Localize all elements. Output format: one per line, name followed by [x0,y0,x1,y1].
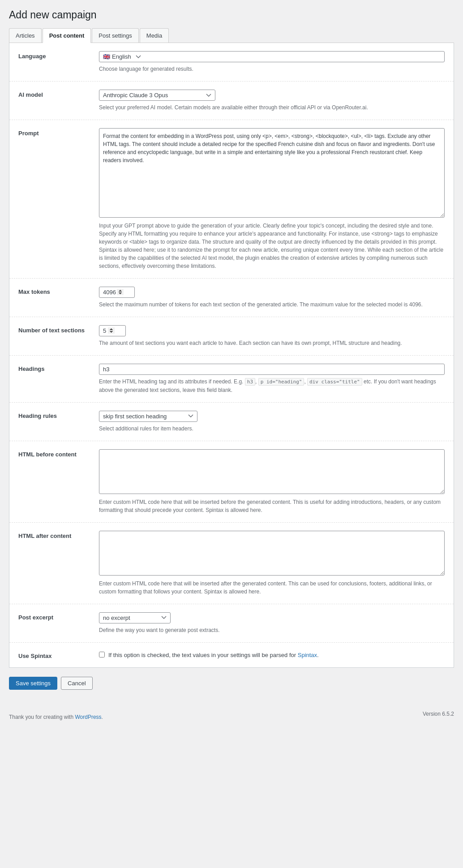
wordpress-link[interactable]: WordPress [75,714,101,720]
html-after-content: Enter custom HTML code here that will be… [99,531,445,596]
language-select[interactable]: English French German Spanish [112,53,141,60]
language-label: Language [18,51,99,60]
post-excerpt-row: Post excerpt no excerpt auto generate cu… [9,604,454,643]
ai-model-label: AI model [18,90,99,98]
tab-post-content[interactable]: Post content [43,28,91,43]
html-after-row: HTML after content Enter custom HTML cod… [9,523,454,604]
heading-rules-content: skip first section heading none use all … [99,411,445,433]
num-sections-input[interactable] [99,325,126,336]
language-content: 🇬🇧 English French German Spanish Choose … [99,51,445,73]
use-spintax-content: If this option is checked, the text valu… [99,651,445,660]
ai-model-description: Select your preferred AI model. Certain … [99,103,445,112]
html-after-label: HTML after content [18,531,99,539]
language-description: Choose language for generated results. [99,65,445,73]
prompt-label: Prompt [18,128,99,137]
use-spintax-label: Use Spintax [18,651,99,659]
cancel-button[interactable]: Cancel [61,677,92,690]
headings-label: Headings [18,364,99,372]
tab-articles[interactable]: Articles [9,28,42,43]
ai-model-select[interactable]: Anthropic Claude 3 Opus GPT-4 GPT-3.5 Tu… [99,90,215,101]
max-tokens-row: Max tokens Select the maximum number of … [9,279,454,317]
use-spintax-row: Use Spintax If this option is checked, t… [9,643,454,668]
save-button[interactable]: Save settings [9,677,57,690]
prompt-row: Prompt Format the content for embedding … [9,120,454,279]
html-before-description: Enter custom HTML code here that will be… [99,498,445,514]
post-excerpt-description: Define the way you want to generate post… [99,626,445,634]
html-before-label: HTML before content [18,449,99,458]
headings-content: Enter the HTML heading tag and its attri… [99,364,445,394]
flag-icon: 🇬🇧 [103,53,110,60]
prompt-description: Input your GPT prompt above to guide the… [99,222,445,270]
tab-media[interactable]: Media [140,28,169,43]
footer-text: Thank you for creating with WordPress. [9,714,103,720]
post-excerpt-select[interactable]: no excerpt auto generate custom [99,612,171,623]
form-card: Language 🇬🇧 English French German Spanis… [9,43,454,668]
heading-rules-select[interactable]: skip first section heading none use all … [99,411,197,422]
tabs-bar: Articles Post content Post settings Medi… [9,28,454,43]
language-select-wrapper[interactable]: 🇬🇧 English French German Spanish [99,51,445,62]
post-excerpt-label: Post excerpt [18,612,99,621]
buttons-row: Save settings Cancel [9,668,454,694]
spintax-checkbox-label: If this option is checked, the text valu… [108,651,319,660]
html-after-textarea[interactable] [99,531,445,576]
ai-model-row: AI model Anthropic Claude 3 Opus GPT-4 G… [9,82,454,120]
num-sections-label: Number of text sections [18,325,99,334]
heading-rules-label: Heading rules [18,411,99,419]
prompt-textarea[interactable]: Format the content for embedding in a Wo… [99,128,445,218]
spintax-link[interactable]: Spintax [298,652,317,658]
spintax-checkbox-row: If this option is checked, the text valu… [99,651,445,660]
post-excerpt-content: no excerpt auto generate custom Define t… [99,612,445,634]
html-before-content: Enter custom HTML code here that will be… [99,449,445,514]
prompt-content: Format the content for embedding in a Wo… [99,128,445,270]
num-sections-content: The amount of text sections you want eac… [99,325,445,347]
max-tokens-input[interactable] [99,287,135,298]
html-after-description: Enter custom HTML code here that will be… [99,580,445,596]
html-before-textarea[interactable] [99,449,445,494]
language-row: Language 🇬🇧 English French German Spanis… [9,43,454,82]
headings-input[interactable] [99,364,445,375]
headings-row: Headings Enter the HTML heading tag and … [9,356,454,403]
max-tokens-description: Select the maximum number of tokens for … [99,301,445,309]
html-before-row: HTML before content Enter custom HTML co… [9,441,454,523]
heading-rules-row: Heading rules skip first section heading… [9,403,454,441]
max-tokens-content: Select the maximum number of tokens for … [99,287,445,309]
page-title: Add new campaign [9,9,454,21]
heading-rules-description: Select additional rules for item headers… [99,425,445,433]
version-text: Version 6.5.2 [423,711,454,717]
max-tokens-label: Max tokens [18,287,99,295]
headings-description: Enter the HTML heading tag and its attri… [99,378,445,394]
tab-post-settings[interactable]: Post settings [92,28,138,43]
num-sections-description: The amount of text sections you want eac… [99,339,445,347]
use-spintax-checkbox[interactable] [99,652,105,657]
num-sections-row: Number of text sections The amount of te… [9,317,454,356]
ai-model-content: Anthropic Claude 3 Opus GPT-4 GPT-3.5 Tu… [99,90,445,112]
